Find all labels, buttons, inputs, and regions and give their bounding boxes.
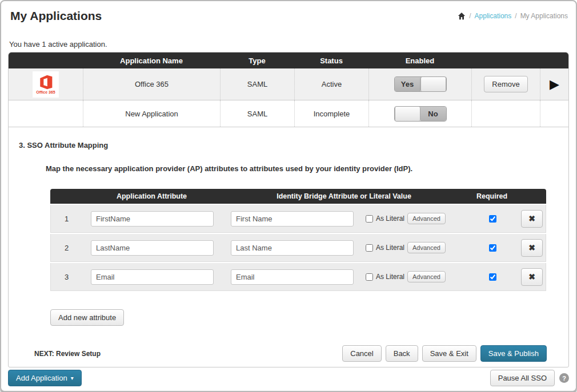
attribute-mapping-table: Application Attribute Identity Bridge At… (50, 189, 546, 291)
delete-attribute-button[interactable]: ✖ (521, 210, 543, 228)
section-description: Map the necessary application provider (… (46, 164, 568, 173)
advanced-button[interactable]: Advanced (407, 271, 446, 282)
cancel-button[interactable]: Cancel (342, 345, 381, 362)
advanced-button[interactable]: Advanced (407, 242, 446, 253)
active-application-summary: You have 1 active application. (9, 40, 569, 49)
next-step-label: NEXT: Review Setup (34, 350, 101, 358)
save-exit-button[interactable]: Save & Exit (422, 345, 476, 362)
toggle-label: No (420, 107, 446, 121)
column-header-status: Status (294, 56, 368, 65)
required-checkbox[interactable] (489, 244, 496, 252)
office-365-logo: Office 365 (33, 71, 59, 98)
as-literal-label: As Literal (376, 273, 404, 281)
as-literal-label: As Literal (376, 215, 404, 223)
application-attribute-input[interactable] (91, 269, 214, 285)
advanced-button[interactable]: Advanced (407, 213, 446, 224)
add-new-attribute-button[interactable]: Add new attribute (50, 309, 124, 326)
identity-bridge-attribute-input[interactable] (231, 269, 354, 285)
toggle-label: Yes (395, 77, 420, 91)
row-number: 1 (51, 215, 82, 223)
office-365-logo-label: Office 365 (36, 90, 55, 94)
application-type: SAML (220, 100, 294, 127)
back-button[interactable]: Back (386, 345, 418, 362)
breadcrumb: / Applications / My Applications (458, 12, 568, 20)
attribute-table-header: Application Attribute Identity Bridge At… (50, 189, 546, 204)
remove-button[interactable]: Remove (484, 76, 527, 92)
chevron-down-icon: ▾ (71, 375, 74, 381)
application-name: New Application (83, 100, 220, 127)
enabled-toggle-office-365[interactable]: Yes (394, 76, 447, 92)
row-number: 2 (51, 244, 82, 252)
column-header-enabled: Enabled (368, 56, 471, 65)
toggle-knob (395, 107, 420, 121)
column-header-application-name: Application Name (83, 56, 220, 65)
identity-bridge-attribute-input[interactable] (231, 240, 354, 256)
attribute-row-2: 2 As Literal Advanced ✖ (50, 234, 546, 262)
toggle-knob (420, 77, 446, 91)
home-icon[interactable] (458, 12, 466, 20)
page-header: My Applications / Applications / My Appl… (8, 7, 569, 23)
identity-bridge-attribute-input[interactable] (231, 211, 354, 227)
wizard-actions: NEXT: Review Setup Cancel Back Save & Ex… (34, 345, 547, 362)
sso-attribute-mapping-section: 3. SSO Attribute Mapping Map the necessa… (9, 127, 568, 362)
expand-arrow-icon[interactable]: ▶ (550, 78, 559, 91)
required-checkbox[interactable] (489, 215, 496, 223)
attribute-row-1: 1 As Literal Advanced ✖ (50, 205, 546, 233)
add-application-label: Add Application (16, 374, 67, 382)
attribute-row-3: 3 As Literal Advanced ✖ (50, 263, 546, 291)
as-literal-label: As Literal (376, 244, 404, 252)
page-title: My Applications (10, 9, 102, 23)
app-window: My Applications / Applications / My Appl… (0, 0, 577, 392)
application-status: Active (294, 68, 368, 100)
applications-panel: Application Name Type Status Enabled Off… (8, 52, 569, 367)
required-checkbox[interactable] (489, 273, 496, 281)
add-application-button[interactable]: Add Application ▾ (8, 370, 82, 386)
delete-attribute-button[interactable]: ✖ (521, 239, 543, 257)
as-literal-checkbox[interactable] (366, 244, 373, 252)
application-attribute-input[interactable] (91, 240, 214, 256)
application-status: Incomplete (294, 100, 368, 127)
column-header-application-attribute: Application Attribute (82, 192, 222, 200)
as-literal-checkbox[interactable] (366, 273, 373, 281)
page-footer: Add Application ▾ Pause All SSO ? (8, 370, 569, 386)
row-number: 3 (51, 273, 82, 281)
save-publish-button[interactable]: Save & Publish (480, 345, 547, 362)
table-row-office-365: Office 365 Office 365 SAML Active Yes Re… (9, 68, 568, 100)
application-name: Office 365 (83, 68, 220, 100)
column-header-required: Required (466, 192, 518, 200)
application-type: SAML (220, 68, 294, 100)
breadcrumb-separator: / (469, 12, 471, 20)
table-row-new-application: New Application SAML Incomplete No (9, 100, 568, 127)
column-header-identity-bridge-attribute: Identity Bridge Attribute or Literal Val… (222, 192, 466, 200)
breadcrumb-separator: / (515, 12, 516, 20)
breadcrumb-current: My Applications (520, 12, 568, 20)
applications-table-header: Application Name Type Status Enabled (9, 52, 568, 68)
breadcrumb-link-applications[interactable]: Applications (475, 12, 512, 20)
delete-attribute-button[interactable]: ✖ (521, 268, 543, 286)
enabled-toggle-new-application[interactable]: No (394, 106, 447, 122)
pause-all-sso-button[interactable]: Pause All SSO (490, 370, 555, 386)
help-icon[interactable]: ? (559, 373, 569, 383)
section-heading: 3. SSO Attribute Mapping (19, 141, 568, 149)
as-literal-checkbox[interactable] (366, 215, 373, 223)
column-header-type: Type (220, 56, 294, 65)
application-attribute-input[interactable] (91, 211, 214, 227)
